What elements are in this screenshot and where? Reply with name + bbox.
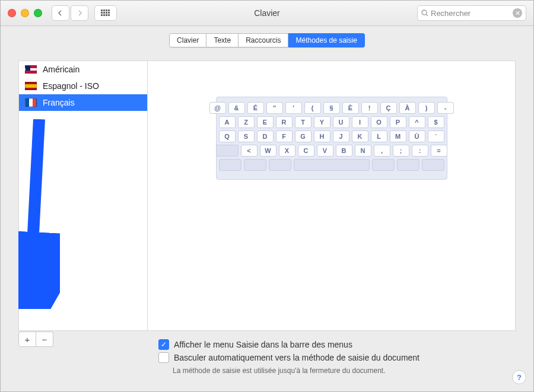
input-source-item[interactable]: Français <box>19 94 147 111</box>
keyboard-key: È <box>342 102 359 114</box>
show-input-menu-checkbox[interactable]: ✓ <box>158 339 169 350</box>
input-sources-list: AméricainEspagnol - ISOFrançais <box>19 61 147 330</box>
keyboard-key: I <box>352 116 368 128</box>
modifier-key <box>269 159 291 171</box>
preferences-window: Clavier Rechercher ✕ ClavierTexteRaccour… <box>0 0 534 392</box>
svg-rect-11 <box>108 14 110 16</box>
content-area: AméricainEspagnol - ISOFrançais + − @&É"… <box>1 60 533 391</box>
svg-rect-6 <box>106 12 107 14</box>
keyboard-key: U <box>333 116 349 128</box>
auto-switch-option[interactable]: Basculer automatiquement vers la méthode… <box>158 351 516 364</box>
keyboard-key: ) <box>418 102 435 114</box>
tab-m-thodes-de-saisie[interactable]: Méthodes de saisie <box>288 33 364 47</box>
keyboard-key: & <box>228 102 245 114</box>
keyboard-key: C <box>298 145 314 157</box>
keyboard-key: Z <box>238 116 255 128</box>
keyboard-key: $ <box>428 116 444 128</box>
close-window-button[interactable] <box>8 9 16 17</box>
svg-rect-0 <box>101 9 103 11</box>
history-nav <box>52 5 88 21</box>
keyboard-key: P <box>390 116 406 128</box>
window-controls <box>8 9 42 17</box>
clear-search-button[interactable]: ✕ <box>513 8 522 18</box>
modifier-key <box>422 159 444 171</box>
show-input-menu-label: Afficher le menu Saisie dans la barre de… <box>174 338 352 351</box>
tab-clavier[interactable]: Clavier <box>169 33 206 47</box>
keyboard-key: K <box>352 130 368 142</box>
keyboard-key: É <box>247 102 264 114</box>
flag-icon <box>25 82 37 90</box>
search-icon <box>421 9 428 17</box>
input-source-item[interactable]: Américain <box>19 61 147 78</box>
keyboard-key: G <box>295 130 312 142</box>
svg-rect-4 <box>101 12 103 14</box>
input-source-label: Espagnol - ISO <box>43 81 99 91</box>
keyboard-key: ^ <box>409 116 425 128</box>
keyboard-key: H <box>314 130 330 142</box>
keyboard-key: A <box>219 116 236 128</box>
keyboard-key: ( <box>304 102 321 114</box>
keyboard-key: : <box>412 145 428 157</box>
tab-texte[interactable]: Texte <box>206 33 239 47</box>
keyboard-key: B <box>336 145 352 157</box>
auto-switch-label: Basculer automatiquement vers la méthode… <box>174 351 419 364</box>
keyboard-key: ! <box>361 102 378 114</box>
input-source-item[interactable]: Espagnol - ISO <box>19 78 147 94</box>
keyboard-key: ` <box>428 130 444 142</box>
keyboard-key: N <box>355 145 371 157</box>
keyboard-key: S <box>238 130 255 142</box>
svg-rect-8 <box>101 14 103 16</box>
forward-button[interactable] <box>71 5 88 21</box>
keyboard-key: R <box>276 116 293 128</box>
minimize-window-button[interactable] <box>21 9 29 17</box>
keyboard-key: F <box>276 130 293 142</box>
keyboard-key: M <box>390 130 406 142</box>
input-sources-panel: AméricainEspagnol - ISOFrançais + − @&É"… <box>18 60 516 331</box>
keyboard-key: J <box>333 130 349 142</box>
back-button[interactable] <box>52 5 69 21</box>
input-source-options: ✓ Afficher le menu Saisie dans la barre … <box>158 338 516 377</box>
flag-icon <box>25 65 37 74</box>
flag-icon <box>25 98 37 107</box>
keyboard-key: X <box>279 145 295 157</box>
keyboard-key: L <box>371 130 387 142</box>
svg-rect-5 <box>103 12 105 14</box>
auto-switch-hint: La méthode de saisie est utilisée jusqu'… <box>173 364 516 377</box>
keyboard-key: - <box>437 102 454 114</box>
input-sources-sidebar: AméricainEspagnol - ISOFrançais + − <box>19 61 148 330</box>
chevron-right-icon <box>77 10 82 16</box>
keyboard-key: = <box>431 145 447 157</box>
remove-input-source-button[interactable]: − <box>36 332 53 347</box>
search-placeholder: Rechercher <box>431 9 471 18</box>
titlebar: Clavier Rechercher ✕ <box>1 1 533 26</box>
add-input-source-button[interactable]: + <box>18 332 36 347</box>
help-button[interactable]: ? <box>512 370 526 384</box>
modifier-key <box>219 159 241 171</box>
auto-switch-checkbox[interactable] <box>158 352 169 363</box>
modifier-key <box>372 159 395 171</box>
svg-point-12 <box>422 10 427 15</box>
search-field[interactable]: Rechercher ✕ <box>417 5 526 21</box>
show-input-menu-option[interactable]: ✓ Afficher le menu Saisie dans la barre … <box>158 338 516 351</box>
svg-rect-2 <box>106 9 107 11</box>
zoom-window-button[interactable] <box>34 9 42 17</box>
svg-line-13 <box>426 14 428 16</box>
modifier-key <box>397 159 419 171</box>
keyboard-preview-area: @&É"'(§È!ÇÀ)-AZERTYUIOP^$QSDFGHJKLMÙ`<WX… <box>148 61 515 330</box>
keyboard-key: < <box>241 145 258 157</box>
show-all-button[interactable] <box>94 5 117 21</box>
tab-raccourcis[interactable]: Raccourcis <box>239 33 288 47</box>
keyboard-key: Ç <box>380 102 397 114</box>
tab-bar: ClavierTexteRaccourcisMéthodes de saisie <box>1 26 533 60</box>
add-remove-controls: + − <box>18 332 53 347</box>
keyboard-preview: @&É"'(§È!ÇÀ)-AZERTYUIOP^$QSDFGHJKLMÙ`<WX… <box>216 97 447 180</box>
keyboard-key: Ù <box>409 130 425 142</box>
keyboard-key: À <box>399 102 416 114</box>
grid-icon <box>101 9 110 17</box>
svg-rect-1 <box>103 9 105 11</box>
keyboard-key: @ <box>209 102 226 114</box>
keyboard-key: W <box>260 145 276 157</box>
keyboard-key: Q <box>219 130 236 142</box>
keyboard-key: V <box>317 145 333 157</box>
keyboard-key: Y <box>314 116 330 128</box>
